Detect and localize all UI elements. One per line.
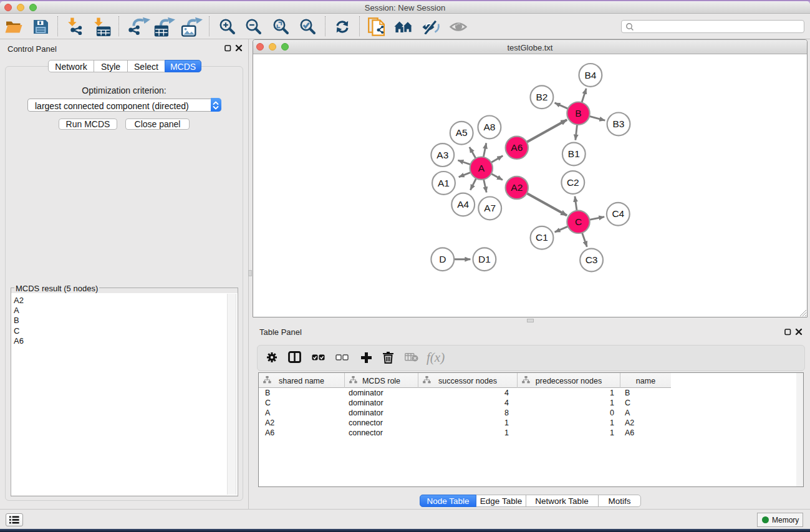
svg-text:A4: A4 bbox=[457, 199, 469, 210]
svg-text:B: B bbox=[575, 108, 581, 118]
svg-text:D1: D1 bbox=[478, 254, 491, 264]
svg-text:A5: A5 bbox=[456, 127, 468, 138]
svg-text:B3: B3 bbox=[613, 118, 625, 129]
svg-text:C2: C2 bbox=[567, 177, 579, 188]
svg-text:C3: C3 bbox=[586, 254, 598, 265]
svg-text:C: C bbox=[575, 216, 582, 227]
svg-text:D: D bbox=[439, 254, 446, 264]
svg-text:A6: A6 bbox=[511, 142, 523, 153]
svg-text:B1: B1 bbox=[568, 148, 580, 159]
svg-text:A3: A3 bbox=[436, 150, 448, 160]
svg-text:B4: B4 bbox=[584, 70, 596, 80]
svg-text:A: A bbox=[478, 163, 485, 173]
svg-text:A2: A2 bbox=[511, 182, 523, 193]
svg-text:C4: C4 bbox=[612, 208, 624, 219]
svg-text:A8: A8 bbox=[483, 122, 495, 132]
svg-text:A7: A7 bbox=[484, 203, 496, 213]
svg-text:A1: A1 bbox=[438, 178, 450, 188]
svg-text:C1: C1 bbox=[536, 232, 548, 243]
svg-text:B2: B2 bbox=[536, 92, 547, 102]
